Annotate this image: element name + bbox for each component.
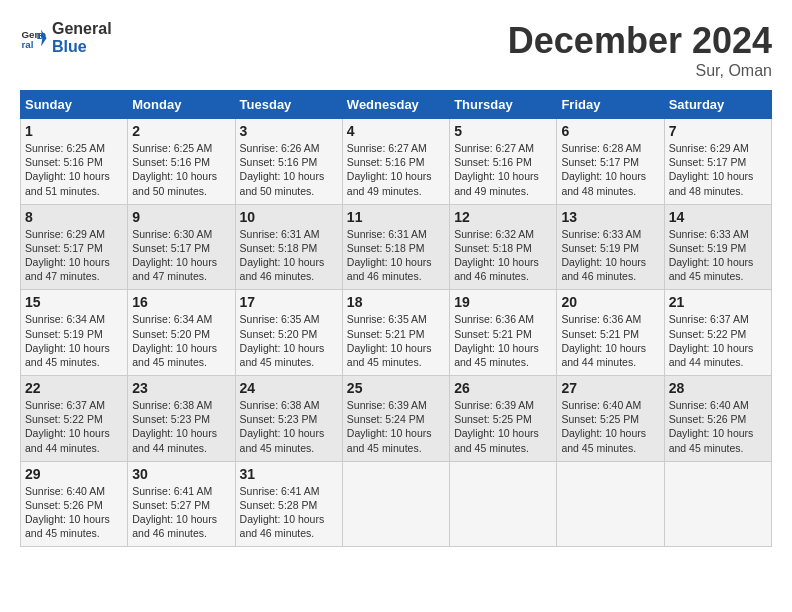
- day-info: Sunrise: 6:34 AMSunset: 5:20 PMDaylight:…: [132, 312, 230, 369]
- day-info: Sunrise: 6:29 AMSunset: 5:17 PMDaylight:…: [25, 227, 123, 284]
- day-number: 27: [561, 380, 659, 396]
- calendar-cell: 29Sunrise: 6:40 AMSunset: 5:26 PMDayligh…: [21, 461, 128, 547]
- day-number: 17: [240, 294, 338, 310]
- calendar-cell: [557, 461, 664, 547]
- location: Sur, Oman: [508, 62, 772, 80]
- day-info: Sunrise: 6:41 AMSunset: 5:28 PMDaylight:…: [240, 484, 338, 541]
- day-info: Sunrise: 6:36 AMSunset: 5:21 PMDaylight:…: [454, 312, 552, 369]
- day-number: 26: [454, 380, 552, 396]
- calendar-cell: 17Sunrise: 6:35 AMSunset: 5:20 PMDayligh…: [235, 290, 342, 376]
- header-sunday: Sunday: [21, 91, 128, 119]
- logo: Gene ral B General Blue: [20, 20, 112, 55]
- day-number: 18: [347, 294, 445, 310]
- day-info: Sunrise: 6:25 AMSunset: 5:16 PMDaylight:…: [132, 141, 230, 198]
- day-info: Sunrise: 6:38 AMSunset: 5:23 PMDaylight:…: [132, 398, 230, 455]
- svg-text:B: B: [37, 31, 44, 41]
- calendar-cell: 9Sunrise: 6:30 AMSunset: 5:17 PMDaylight…: [128, 204, 235, 290]
- day-number: 3: [240, 123, 338, 139]
- calendar-cell: 15Sunrise: 6:34 AMSunset: 5:19 PMDayligh…: [21, 290, 128, 376]
- day-info: Sunrise: 6:39 AMSunset: 5:24 PMDaylight:…: [347, 398, 445, 455]
- calendar-cell: 14Sunrise: 6:33 AMSunset: 5:19 PMDayligh…: [664, 204, 771, 290]
- day-info: Sunrise: 6:39 AMSunset: 5:25 PMDaylight:…: [454, 398, 552, 455]
- calendar-cell: 23Sunrise: 6:38 AMSunset: 5:23 PMDayligh…: [128, 376, 235, 462]
- day-info: Sunrise: 6:27 AMSunset: 5:16 PMDaylight:…: [454, 141, 552, 198]
- calendar-week-4: 22Sunrise: 6:37 AMSunset: 5:22 PMDayligh…: [21, 376, 772, 462]
- day-number: 10: [240, 209, 338, 225]
- title-block: December 2024 Sur, Oman: [508, 20, 772, 80]
- calendar-cell: 19Sunrise: 6:36 AMSunset: 5:21 PMDayligh…: [450, 290, 557, 376]
- calendar-cell: 5Sunrise: 6:27 AMSunset: 5:16 PMDaylight…: [450, 119, 557, 205]
- day-info: Sunrise: 6:27 AMSunset: 5:16 PMDaylight:…: [347, 141, 445, 198]
- day-info: Sunrise: 6:32 AMSunset: 5:18 PMDaylight:…: [454, 227, 552, 284]
- day-number: 8: [25, 209, 123, 225]
- day-info: Sunrise: 6:38 AMSunset: 5:23 PMDaylight:…: [240, 398, 338, 455]
- day-info: Sunrise: 6:30 AMSunset: 5:17 PMDaylight:…: [132, 227, 230, 284]
- calendar-cell: 11Sunrise: 6:31 AMSunset: 5:18 PMDayligh…: [342, 204, 449, 290]
- calendar-cell: 26Sunrise: 6:39 AMSunset: 5:25 PMDayligh…: [450, 376, 557, 462]
- header-tuesday: Tuesday: [235, 91, 342, 119]
- calendar-week-1: 1Sunrise: 6:25 AMSunset: 5:16 PMDaylight…: [21, 119, 772, 205]
- day-info: Sunrise: 6:26 AMSunset: 5:16 PMDaylight:…: [240, 141, 338, 198]
- calendar-cell: [664, 461, 771, 547]
- day-number: 11: [347, 209, 445, 225]
- page-header: Gene ral B General Blue December 2024 Su…: [20, 20, 772, 80]
- calendar-cell: 10Sunrise: 6:31 AMSunset: 5:18 PMDayligh…: [235, 204, 342, 290]
- day-info: Sunrise: 6:33 AMSunset: 5:19 PMDaylight:…: [669, 227, 767, 284]
- day-number: 23: [132, 380, 230, 396]
- day-number: 22: [25, 380, 123, 396]
- logo-blue: Blue: [52, 38, 112, 56]
- calendar-cell: 1Sunrise: 6:25 AMSunset: 5:16 PMDaylight…: [21, 119, 128, 205]
- header-wednesday: Wednesday: [342, 91, 449, 119]
- calendar-cell: 24Sunrise: 6:38 AMSunset: 5:23 PMDayligh…: [235, 376, 342, 462]
- calendar-cell: 25Sunrise: 6:39 AMSunset: 5:24 PMDayligh…: [342, 376, 449, 462]
- day-info: Sunrise: 6:33 AMSunset: 5:19 PMDaylight:…: [561, 227, 659, 284]
- day-info: Sunrise: 6:35 AMSunset: 5:20 PMDaylight:…: [240, 312, 338, 369]
- day-number: 9: [132, 209, 230, 225]
- calendar-cell: 18Sunrise: 6:35 AMSunset: 5:21 PMDayligh…: [342, 290, 449, 376]
- calendar-table: Sunday Monday Tuesday Wednesday Thursday…: [20, 90, 772, 547]
- calendar-cell: 3Sunrise: 6:26 AMSunset: 5:16 PMDaylight…: [235, 119, 342, 205]
- day-number: 13: [561, 209, 659, 225]
- logo-icon: Gene ral B: [20, 24, 48, 52]
- day-number: 1: [25, 123, 123, 139]
- day-info: Sunrise: 6:25 AMSunset: 5:16 PMDaylight:…: [25, 141, 123, 198]
- calendar-cell: 6Sunrise: 6:28 AMSunset: 5:17 PMDaylight…: [557, 119, 664, 205]
- day-number: 31: [240, 466, 338, 482]
- calendar-cell: 28Sunrise: 6:40 AMSunset: 5:26 PMDayligh…: [664, 376, 771, 462]
- calendar-cell: 4Sunrise: 6:27 AMSunset: 5:16 PMDaylight…: [342, 119, 449, 205]
- day-info: Sunrise: 6:31 AMSunset: 5:18 PMDaylight:…: [240, 227, 338, 284]
- calendar-cell: [450, 461, 557, 547]
- day-number: 25: [347, 380, 445, 396]
- day-info: Sunrise: 6:40 AMSunset: 5:26 PMDaylight:…: [669, 398, 767, 455]
- header-thursday: Thursday: [450, 91, 557, 119]
- day-number: 21: [669, 294, 767, 310]
- calendar-week-5: 29Sunrise: 6:40 AMSunset: 5:26 PMDayligh…: [21, 461, 772, 547]
- calendar-cell: 8Sunrise: 6:29 AMSunset: 5:17 PMDaylight…: [21, 204, 128, 290]
- day-info: Sunrise: 6:40 AMSunset: 5:26 PMDaylight:…: [25, 484, 123, 541]
- day-number: 15: [25, 294, 123, 310]
- calendar-cell: 31Sunrise: 6:41 AMSunset: 5:28 PMDayligh…: [235, 461, 342, 547]
- day-info: Sunrise: 6:31 AMSunset: 5:18 PMDaylight:…: [347, 227, 445, 284]
- day-number: 24: [240, 380, 338, 396]
- day-info: Sunrise: 6:37 AMSunset: 5:22 PMDaylight:…: [25, 398, 123, 455]
- day-number: 6: [561, 123, 659, 139]
- day-number: 2: [132, 123, 230, 139]
- day-number: 28: [669, 380, 767, 396]
- day-info: Sunrise: 6:28 AMSunset: 5:17 PMDaylight:…: [561, 141, 659, 198]
- calendar-cell: 12Sunrise: 6:32 AMSunset: 5:18 PMDayligh…: [450, 204, 557, 290]
- day-number: 20: [561, 294, 659, 310]
- day-info: Sunrise: 6:36 AMSunset: 5:21 PMDaylight:…: [561, 312, 659, 369]
- calendar-cell: 21Sunrise: 6:37 AMSunset: 5:22 PMDayligh…: [664, 290, 771, 376]
- day-number: 14: [669, 209, 767, 225]
- day-number: 30: [132, 466, 230, 482]
- header-monday: Monday: [128, 91, 235, 119]
- day-info: Sunrise: 6:37 AMSunset: 5:22 PMDaylight:…: [669, 312, 767, 369]
- calendar-week-3: 15Sunrise: 6:34 AMSunset: 5:19 PMDayligh…: [21, 290, 772, 376]
- calendar-cell: 7Sunrise: 6:29 AMSunset: 5:17 PMDaylight…: [664, 119, 771, 205]
- day-number: 29: [25, 466, 123, 482]
- day-info: Sunrise: 6:41 AMSunset: 5:27 PMDaylight:…: [132, 484, 230, 541]
- day-info: Sunrise: 6:34 AMSunset: 5:19 PMDaylight:…: [25, 312, 123, 369]
- day-number: 4: [347, 123, 445, 139]
- calendar-cell: 2Sunrise: 6:25 AMSunset: 5:16 PMDaylight…: [128, 119, 235, 205]
- calendar-cell: 30Sunrise: 6:41 AMSunset: 5:27 PMDayligh…: [128, 461, 235, 547]
